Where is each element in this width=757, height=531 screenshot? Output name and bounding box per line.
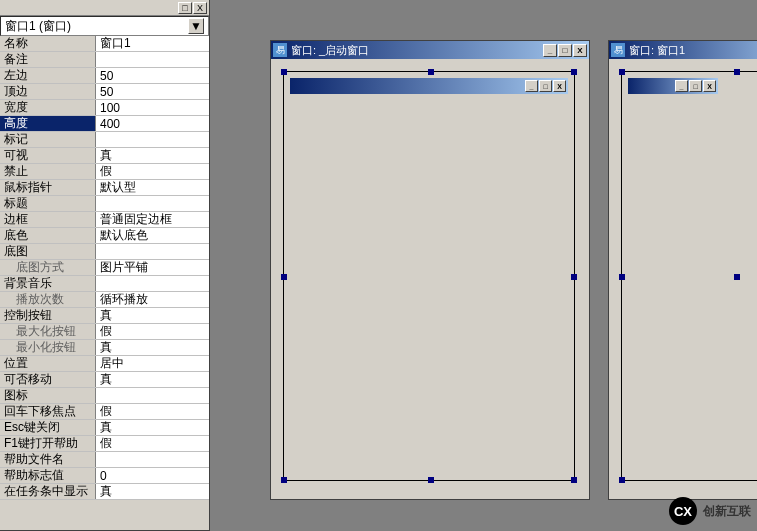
property-row[interactable]: 图标 bbox=[0, 388, 209, 404]
object-selector[interactable]: 窗口1 (窗口) ▼ bbox=[0, 16, 209, 36]
property-value[interactable]: 真 bbox=[96, 372, 209, 387]
property-value[interactable]: 0 bbox=[96, 468, 209, 483]
property-row[interactable]: 备注 bbox=[0, 52, 209, 68]
property-row[interactable]: 禁止假 bbox=[0, 164, 209, 180]
property-row[interactable]: F1键打开帮助假 bbox=[0, 436, 209, 452]
property-value[interactable]: 默认型 bbox=[96, 180, 209, 195]
property-label: 鼠标指针 bbox=[0, 180, 96, 195]
watermark-text: 创新互联 bbox=[703, 503, 751, 520]
property-row[interactable]: 左边50 bbox=[0, 68, 209, 84]
property-value[interactable]: 假 bbox=[96, 404, 209, 419]
property-label: 帮助文件名 bbox=[0, 452, 96, 467]
resize-handle-e[interactable] bbox=[571, 274, 577, 280]
resize-handle-sw[interactable] bbox=[619, 477, 625, 483]
property-row[interactable]: 播放次数循环播放 bbox=[0, 292, 209, 308]
window-title: 窗口: _启动窗口 bbox=[291, 43, 542, 58]
resize-handle-nw[interactable] bbox=[619, 69, 625, 75]
inner-minimize-button[interactable]: _ bbox=[675, 80, 688, 92]
property-row[interactable]: 底色默认底色 bbox=[0, 228, 209, 244]
form-canvas[interactable]: _ □ X bbox=[621, 71, 757, 481]
property-row[interactable]: 顶边50 bbox=[0, 84, 209, 100]
inner-close-button[interactable]: X bbox=[703, 80, 716, 92]
property-value[interactable]: 真 bbox=[96, 340, 209, 355]
inner-close-button[interactable]: X bbox=[553, 80, 566, 92]
property-row[interactable]: 控制按钮真 bbox=[0, 308, 209, 324]
resize-handle-nw[interactable] bbox=[281, 69, 287, 75]
resize-handle-sw[interactable] bbox=[281, 477, 287, 483]
property-row[interactable]: 底图 bbox=[0, 244, 209, 260]
property-value[interactable] bbox=[96, 132, 209, 147]
property-value[interactable] bbox=[96, 276, 209, 291]
property-row[interactable]: 可视真 bbox=[0, 148, 209, 164]
property-value[interactable] bbox=[96, 388, 209, 403]
designer-window-1[interactable]: 易 窗口: _启动窗口 _ □ X _ □ X bbox=[270, 40, 590, 500]
property-value[interactable]: 真 bbox=[96, 308, 209, 323]
designer-titlebar[interactable]: 易 窗口: _启动窗口 _ □ X bbox=[271, 41, 589, 59]
property-value[interactable]: 真 bbox=[96, 484, 209, 499]
inner-minimize-button[interactable]: _ bbox=[525, 80, 538, 92]
property-value[interactable]: 普通固定边框 bbox=[96, 212, 209, 227]
resize-handle-e[interactable] bbox=[734, 274, 740, 280]
property-value[interactable] bbox=[96, 452, 209, 467]
inner-maximize-button[interactable]: □ bbox=[539, 80, 552, 92]
designer-window-2[interactable]: 易 窗口: 窗口1 _ □ X _ □ X bbox=[608, 40, 757, 500]
property-row[interactable]: 最大化按钮假 bbox=[0, 324, 209, 340]
property-value[interactable]: 循环播放 bbox=[96, 292, 209, 307]
property-value[interactable]: 50 bbox=[96, 68, 209, 83]
property-row[interactable]: 高度400 bbox=[0, 116, 209, 132]
property-row[interactable]: 名称窗口1 bbox=[0, 36, 209, 52]
inner-titlebar: _ □ X bbox=[290, 78, 568, 94]
property-row[interactable]: 回车下移焦点假 bbox=[0, 404, 209, 420]
property-row[interactable]: 底图方式图片平铺 bbox=[0, 260, 209, 276]
object-selector-value: 窗口1 (窗口) bbox=[5, 18, 71, 35]
inner-maximize-button[interactable]: □ bbox=[689, 80, 702, 92]
resize-handle-se[interactable] bbox=[571, 477, 577, 483]
maximize-button[interactable]: □ bbox=[558, 44, 572, 57]
property-row[interactable]: Esc键关闭真 bbox=[0, 420, 209, 436]
property-value[interactable]: 假 bbox=[96, 164, 209, 179]
property-label: 可否移动 bbox=[0, 372, 96, 387]
property-row[interactable]: 宽度100 bbox=[0, 100, 209, 116]
panel-dock-button[interactable]: □ bbox=[178, 2, 192, 14]
panel-close-button[interactable]: X bbox=[193, 2, 207, 14]
resize-handle-w[interactable] bbox=[619, 274, 625, 280]
inner-form[interactable]: _ □ X bbox=[628, 78, 718, 94]
property-row[interactable]: 标题 bbox=[0, 196, 209, 212]
inner-form[interactable]: _ □ X bbox=[290, 78, 568, 94]
resize-handle-w[interactable] bbox=[281, 274, 287, 280]
close-button[interactable]: X bbox=[573, 44, 587, 57]
property-row[interactable]: 帮助标志值0 bbox=[0, 468, 209, 484]
property-row[interactable]: 鼠标指针默认型 bbox=[0, 180, 209, 196]
property-value[interactable]: 默认底色 bbox=[96, 228, 209, 243]
property-row[interactable]: 边框普通固定边框 bbox=[0, 212, 209, 228]
resize-handle-ne[interactable] bbox=[571, 69, 577, 75]
resize-handle-ne[interactable] bbox=[734, 69, 740, 75]
property-row[interactable]: 位置居中 bbox=[0, 356, 209, 372]
property-value[interactable]: 居中 bbox=[96, 356, 209, 371]
property-value[interactable]: 真 bbox=[96, 148, 209, 163]
property-row[interactable]: 可否移动真 bbox=[0, 372, 209, 388]
property-value[interactable]: 400 bbox=[96, 116, 209, 131]
property-row[interactable]: 帮助文件名 bbox=[0, 452, 209, 468]
property-row[interactable]: 背景音乐 bbox=[0, 276, 209, 292]
property-value[interactable] bbox=[96, 244, 209, 259]
property-value[interactable]: 假 bbox=[96, 436, 209, 451]
property-value[interactable] bbox=[96, 52, 209, 67]
designer-titlebar[interactable]: 易 窗口: 窗口1 _ □ X bbox=[609, 41, 757, 59]
property-label: 图标 bbox=[0, 388, 96, 403]
minimize-button[interactable]: _ bbox=[543, 44, 557, 57]
inner-titlebar: _ □ X bbox=[628, 78, 718, 94]
property-value[interactable]: 窗口1 bbox=[96, 36, 209, 51]
property-value[interactable] bbox=[96, 196, 209, 211]
property-value[interactable]: 100 bbox=[96, 100, 209, 115]
property-row[interactable]: 在任务条中显示真 bbox=[0, 484, 209, 500]
resize-handle-s[interactable] bbox=[428, 477, 434, 483]
property-row[interactable]: 最小化按钮真 bbox=[0, 340, 209, 356]
property-row[interactable]: 标记 bbox=[0, 132, 209, 148]
property-value[interactable]: 图片平铺 bbox=[96, 260, 209, 275]
form-canvas[interactable]: _ □ X bbox=[283, 71, 575, 481]
resize-handle-n[interactable] bbox=[428, 69, 434, 75]
property-value[interactable]: 假 bbox=[96, 324, 209, 339]
property-value[interactable]: 50 bbox=[96, 84, 209, 99]
property-value[interactable]: 真 bbox=[96, 420, 209, 435]
